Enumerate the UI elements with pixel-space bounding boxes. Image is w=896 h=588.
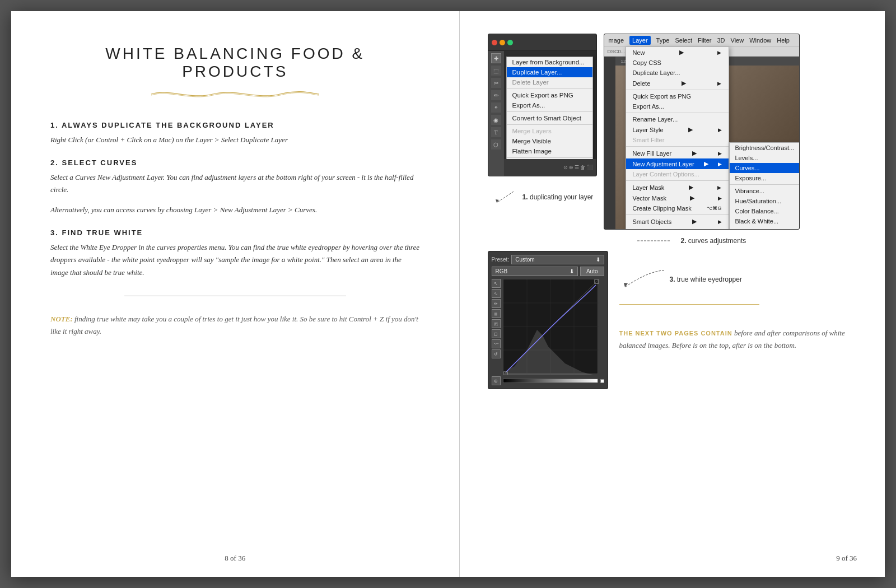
section-1: ALWAYS DUPLICATE THE BACKGROUND LAYER Ri… [50, 121, 420, 146]
cm-item-delete[interactable]: Delete Layer [507, 77, 592, 87]
note-block: NOTE: finding true white may take you a … [50, 313, 420, 338]
sm-black-white[interactable]: Black & White... [730, 216, 800, 226]
menu-view[interactable]: View [731, 37, 744, 44]
cm-item-merge-layers: Merge Layers [507, 126, 592, 136]
lm-layer-style[interactable]: Layer Style ▶ [626, 124, 729, 135]
lm-new-fill[interactable]: New Fill Layer ▶ [626, 148, 729, 158]
curves-tools: ↖ ∿ ✏ ◼ ◩ ◻ 〰 ↺ [492, 279, 501, 374]
divider [124, 296, 346, 296]
channel-value: RGB [496, 268, 508, 274]
sm-photo-filter[interactable]: Photo Filter... [730, 226, 800, 230]
curves-footer: ⊕ [492, 376, 604, 385]
title-ornament [50, 86, 420, 104]
sm-color-balance[interactable]: Color Balance... [730, 206, 800, 216]
menu-select[interactable]: Select [675, 37, 692, 44]
tool-reset[interactable]: ↺ [492, 349, 501, 358]
auto-button[interactable]: Auto [580, 267, 604, 276]
menu-3d[interactable]: 3D [717, 37, 725, 44]
curves-panel: Preset: Custom ⬇ RGB ⬇ Auto [488, 251, 608, 389]
cm-item-quick-export[interactable]: Quick Export as PNG [507, 90, 592, 100]
section-1-body: Right Click (or Control + Click on a Mac… [50, 134, 420, 146]
lm-duplicate[interactable]: Duplicate Layer... [626, 68, 729, 78]
caption-2: 2. curves adjustments [681, 237, 746, 245]
menu-window[interactable]: Window [749, 37, 771, 44]
left-page: WHITE BALANCING FOOD & PRODUCTS ALWAYS D… [11, 11, 460, 577]
cm-item-flatten[interactable]: Flatten Image [507, 146, 592, 156]
ps-menu-bar: mage Layer Type Select Filter 3D View Wi… [604, 34, 799, 46]
section-3-heading: FIND TRUE WHITE [50, 228, 420, 237]
note-text: finding true white may take you a couple… [50, 315, 418, 335]
curves-panel-container: Preset: Custom ⬇ RGB ⬇ Auto [488, 251, 608, 389]
lm-clipping-mask[interactable]: Create Clipping Mask ⌥⌘G [626, 203, 729, 213]
lm-quick-export[interactable]: Quick Export as PNG [626, 91, 729, 101]
sm-curves[interactable]: Curves... [730, 163, 800, 173]
sm-levels[interactable]: Levels... [730, 153, 800, 163]
lm-layer-mask[interactable]: Layer Mask ▶ [626, 182, 729, 193]
bottom-callout: THE NEXT TWO PAGES CONTAIN before and af… [619, 327, 857, 352]
gold-divider [619, 304, 759, 305]
cm-item-smart-object[interactable]: Convert to Smart Object [507, 113, 592, 123]
sm-exposure[interactable]: Exposure... [730, 173, 800, 183]
section-2-body1: Select a Curves New Adjustment Layer. Yo… [50, 171, 420, 196]
preset-label: Preset: [492, 256, 510, 263]
lm-delete[interactable]: Delete ▶ [626, 78, 729, 88]
section-3: FIND TRUE WHITE Select the White Eye Dro… [50, 228, 420, 278]
section-1-heading: ALWAYS DUPLICATE THE BACKGROUND LAYER [50, 121, 420, 129]
tool-curve[interactable]: ∿ [492, 289, 501, 298]
section-3-body: Select the White Eye Dropper in the curv… [50, 241, 420, 278]
context-menu: Layer from Background... Duplicate Layer… [506, 57, 593, 176]
lm-layer-content: Layer Content Options... [626, 169, 729, 179]
sm-hue-sat[interactable]: Hue/Saturation... [730, 196, 800, 206]
cm-item-export[interactable]: Export As... [507, 100, 592, 110]
preset-value: Custom [515, 256, 534, 263]
callout-label: THE NEXT TWO PAGES CONTAIN [619, 330, 732, 337]
tool-white-eye[interactable]: ◻ [492, 329, 501, 338]
right-page: ✚ ⬚ ✂ ✏ ⌖ ◉ T ⬡ Layer from Background...… [460, 11, 885, 577]
menu-filter[interactable]: Filter [698, 37, 711, 44]
tool-black-eye[interactable]: ◼ [492, 309, 501, 318]
cm-item-merge-visible[interactable]: Merge Visible [507, 136, 592, 146]
lm-smart-filter: Smart Filter [626, 135, 729, 145]
note-label: NOTE: [50, 315, 73, 323]
lm-video-layers[interactable]: Video Layers ▶ [626, 227, 729, 230]
channel-dropdown[interactable]: RGB ⬇ [492, 267, 578, 276]
svg-line-0 [497, 192, 514, 203]
lm-vector-mask[interactable]: Vector Mask ▶ [626, 193, 729, 203]
section-2-body2: Alternatively, you can access curves by … [50, 204, 420, 216]
svg-marker-1 [496, 199, 499, 203]
layer-dropdown-menu: New ▶ Copy CSS Duplicate Layer... Delete… [626, 46, 729, 230]
tool-pointer[interactable]: ↖ [492, 279, 501, 288]
sm-vibrance[interactable]: Vibrance... [730, 186, 800, 196]
cm-item-duplicate[interactable]: Duplicate Layer... [507, 67, 592, 77]
menu-image[interactable]: mage [609, 37, 624, 44]
caption-3-block: 3. true white eyedropper [619, 268, 857, 290]
section-2: SELECT CURVES Select a Curves New Adjust… [50, 158, 420, 216]
lm-export[interactable]: Export As... [626, 101, 729, 111]
adjustment-submenu: Brightness/Contrast... Levels... Curves.… [729, 142, 800, 230]
curves-graph [503, 279, 598, 374]
tool-gray-eye[interactable]: ◩ [492, 319, 501, 328]
caption-3: 3. true white eyedropper [670, 276, 742, 283]
menu-type[interactable]: Type [656, 37, 670, 44]
lm-rename[interactable]: Rename Layer... [626, 114, 729, 124]
lm-copy-css[interactable]: Copy CSS [626, 58, 729, 68]
right-bottom-content: 3. true white eyedropper THE NEXT TWO PA… [619, 251, 857, 352]
page-title: WHITE BALANCING FOOD & PRODUCTS [50, 45, 420, 81]
caption-1: 1. duplicating your layer [522, 193, 594, 201]
lm-new[interactable]: New ▶ [626, 47, 729, 58]
menu-layer[interactable]: Layer [629, 36, 651, 45]
menu-help[interactable]: Help [777, 37, 790, 44]
section-2-heading: SELECT CURVES [50, 158, 420, 167]
cm-item-layer-from-bg[interactable]: Layer from Background... [507, 57, 592, 67]
lm-new-adjustment[interactable]: New Adjustment Layer ▶ [626, 158, 729, 169]
preset-dropdown[interactable]: Custom ⬇ [511, 255, 604, 264]
tool-pencil[interactable]: ✏ [492, 299, 501, 308]
sm-brightness[interactable]: Brightness/Contrast... [730, 143, 800, 153]
ps-layer-menu-screenshot: mage Layer Type Select Filter 3D View Wi… [604, 34, 800, 230]
left-page-number: 8 of 36 [225, 554, 245, 563]
ps-context-screenshot: ✚ ⬚ ✂ ✏ ⌖ ◉ T ⬡ Layer from Background...… [488, 34, 597, 176]
tool-smooth[interactable]: 〰 [492, 339, 501, 348]
right-page-number: 9 of 36 [836, 554, 857, 563]
lm-smart-objects[interactable]: Smart Objects ▶ [626, 216, 729, 227]
